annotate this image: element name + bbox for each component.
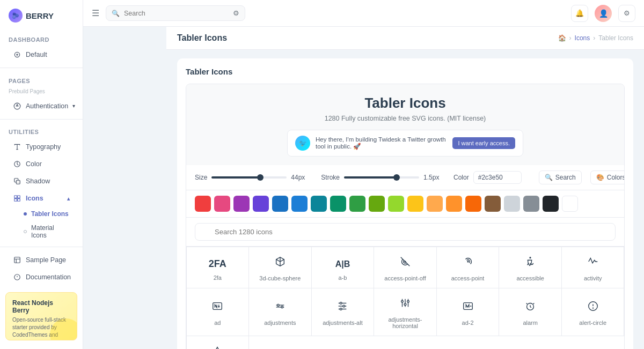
- icon-cell[interactable]: A|B a-b: [311, 247, 375, 288]
- auth-icon: [13, 102, 21, 110]
- svg-point-1: [17, 54, 18, 55]
- swatch-yellow[interactable]: [407, 196, 423, 212]
- filter-icon[interactable]: ⚙: [233, 9, 239, 17]
- icons-chevron-icon: ▴: [67, 196, 70, 202]
- icon-cell[interactable]: access-point: [436, 247, 500, 288]
- sidebar-item-icons[interactable]: Icons ▴: [4, 190, 78, 206]
- sample-label: Sample Page: [26, 256, 66, 264]
- sidebar-item-docs[interactable]: Documentation: [4, 269, 78, 285]
- icon-cell[interactable]: adjustments-horizontal: [374, 288, 437, 336]
- icon-viewer-header: Tabler Icons 1280 Fully customizable fre…: [186, 84, 624, 165]
- icon-label: activity: [584, 275, 602, 281]
- sidebar-item-sample[interactable]: Sample Page: [4, 252, 78, 268]
- icon-cell[interactable]: adjustments: [248, 288, 312, 336]
- color-input[interactable]: #2c3e50: [473, 171, 522, 184]
- icon-cell[interactable]: ad-2: [436, 288, 500, 336]
- swatch-orange-dark[interactable]: [465, 196, 481, 212]
- icon-label: 2fa: [214, 274, 222, 281]
- topbar: ☰ 🔍 ⚙ 🔔 👤 ⚙: [83, 0, 644, 27]
- swatch-cyan[interactable]: [330, 196, 346, 212]
- breadcrumb-home-icon[interactable]: 🏠: [558, 34, 566, 42]
- tabler-dot: [24, 212, 27, 216]
- notification-bell[interactable]: 🔔: [571, 5, 588, 22]
- swatch-brown[interactable]: [485, 196, 501, 212]
- icon-cell[interactable]: accessible: [499, 247, 562, 288]
- swatch-green-dark[interactable]: [349, 196, 365, 212]
- icon-symbol: [336, 300, 348, 315]
- sidebar-subitem-tabler[interactable]: Tabler Icons: [4, 207, 78, 220]
- icon-search-input[interactable]: [195, 223, 616, 241]
- breadcrumb-icons[interactable]: Icons: [575, 34, 590, 42]
- swatch-red[interactable]: [195, 196, 211, 212]
- sidebar-item-default[interactable]: Default: [4, 47, 78, 63]
- icons-label: Icons: [26, 195, 43, 202]
- icon-label: adjustments-alt: [323, 320, 363, 326]
- dashboard-section: Dashboard: [0, 31, 83, 46]
- icon-cell[interactable]: activity: [561, 247, 625, 288]
- icon-label: adjustments-horizontal: [378, 316, 432, 329]
- icon-label: accessible: [516, 275, 544, 281]
- svg-point-28: [407, 300, 409, 302]
- search-btn[interactable]: 🔍 Search: [539, 170, 582, 184]
- typography-icon: [13, 143, 21, 151]
- menu-toggle[interactable]: ☰: [92, 8, 99, 18]
- icon-symbol: [462, 300, 474, 315]
- icon-cell[interactable]: adjustments-alt: [311, 288, 375, 336]
- icon-symbol: 2FA: [209, 256, 226, 270]
- colors-btn[interactable]: 🎨 Colors: [590, 170, 625, 184]
- settings-icon[interactable]: ⚙: [618, 5, 635, 22]
- banner-cta[interactable]: I want early access.: [452, 137, 515, 149]
- icon-cell[interactable]: alarm: [499, 288, 562, 336]
- sidebar-item-color[interactable]: Color: [4, 156, 78, 172]
- swatch-gray[interactable]: [523, 196, 539, 212]
- icon-cell[interactable]: alert-circle: [561, 288, 625, 336]
- search-bar[interactable]: 🔍 ⚙: [106, 5, 245, 21]
- swatch-orange-light[interactable]: [427, 196, 443, 212]
- swatch-orange[interactable]: [446, 196, 462, 212]
- user-avatar[interactable]: 👤: [595, 5, 612, 22]
- swatch-lime[interactable]: [388, 196, 404, 212]
- icon-label: a-b: [338, 274, 347, 281]
- docs-label: Documentation: [26, 273, 71, 281]
- svg-rect-8: [18, 199, 20, 202]
- icon-cell[interactable]: alert-triangle: [186, 336, 250, 350]
- search-input[interactable]: [124, 10, 229, 17]
- page-content: Tabler Icons Tabler Icons 1280 Fully cus…: [166, 50, 644, 349]
- icon-cell[interactable]: 3d-cube-sphere: [248, 247, 312, 288]
- sidebar-item-shadow[interactable]: Shadow: [4, 173, 78, 189]
- swatch-pink[interactable]: [214, 196, 230, 212]
- swatch-white[interactable]: [562, 196, 578, 212]
- banner-avatar: 🐦: [295, 136, 310, 151]
- promo-card: React Nodejs Berry Open-source full-stac…: [5, 292, 77, 340]
- size-slider-thumb[interactable]: [257, 174, 264, 181]
- color-swatches: [186, 190, 624, 218]
- size-slider[interactable]: [211, 176, 287, 179]
- swatch-cyan-dark[interactable]: [311, 196, 327, 212]
- swatch-purple[interactable]: [253, 196, 269, 212]
- icon-cell[interactable]: ad: [186, 288, 250, 336]
- swatch-blue[interactable]: [291, 196, 308, 212]
- swatch-gray-light[interactable]: [504, 196, 520, 212]
- svg-point-27: [404, 303, 406, 305]
- icon-symbol: [211, 300, 223, 315]
- color-label: Color: [453, 174, 469, 181]
- icon-symbol: [587, 300, 599, 315]
- content-card: Tabler Icons Tabler Icons 1280 Fully cus…: [177, 58, 633, 349]
- card-text: Open-source full-stack starter provided …: [12, 316, 70, 340]
- swatch-purple-dark[interactable]: [233, 196, 250, 212]
- stroke-slider-thumb[interactable]: [393, 174, 400, 181]
- swatch-dark[interactable]: [543, 196, 559, 212]
- icon-viewer: Tabler Icons 1280 Fully customizable fre…: [186, 84, 625, 349]
- swatch-green[interactable]: [369, 196, 385, 212]
- stroke-slider[interactable]: [344, 176, 419, 179]
- breadcrumb-sep2: ›: [593, 34, 595, 42]
- icon-cell[interactable]: 2FA 2fa: [186, 247, 250, 288]
- swatch-blue-dark[interactable]: [272, 196, 288, 212]
- sidebar-item-typography[interactable]: Typography: [4, 139, 78, 155]
- icon-search: [186, 218, 624, 247]
- icon-cell[interactable]: access-point-off: [374, 247, 437, 288]
- stroke-slider-fill: [344, 176, 397, 179]
- sidebar-subitem-material[interactable]: Material Icons: [4, 221, 78, 242]
- sidebar-item-authentication[interactable]: Authentication ▾: [4, 98, 78, 114]
- size-label: Size: [195, 174, 207, 181]
